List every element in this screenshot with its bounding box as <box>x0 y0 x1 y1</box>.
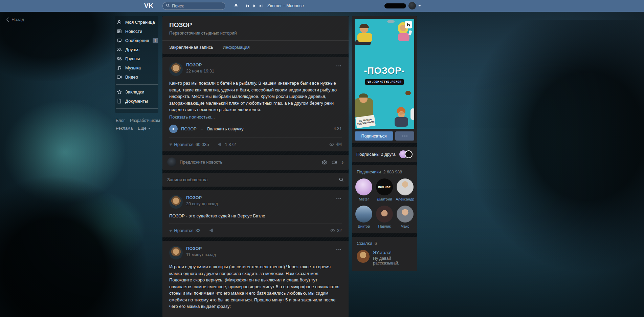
post-author-name[interactable]: ПОЗОР <box>186 62 214 67</box>
post-menu-ellipsis-icon[interactable] <box>335 248 342 251</box>
subscriber-name: Макс <box>401 224 409 228</box>
post: ПОЗОР 20 секунд назад ПОЗОР - это судейс… <box>162 190 349 238</box>
music-note-icon[interactable]: ♪ <box>341 160 344 165</box>
post-menu-ellipsis-icon[interactable] <box>335 64 342 68</box>
community-cover-image[interactable]: -ПОЗОР- VK.COM/STYD.POZOR НЕ ЗАБУДЬ ПОДП… <box>355 19 414 129</box>
post-timestamp[interactable]: 11 минут назад <box>186 252 216 257</box>
subscriber-item[interactable]: Павлик <box>375 206 394 228</box>
post-author-avatar[interactable] <box>169 195 183 209</box>
post-author-avatar[interactable] <box>169 62 183 76</box>
eye-icon <box>329 142 334 147</box>
like-button[interactable]: ♥ Нравится 32 <box>169 228 200 233</box>
user-menu[interactable] <box>384 2 421 9</box>
cover-url-label: VK.COM/STYD.POZOR <box>365 79 404 85</box>
community-more-button[interactable] <box>395 131 414 141</box>
video-icon <box>116 75 122 80</box>
friends-subscribed-label[interactable]: Подписаны 2 друга <box>356 152 396 157</box>
post-timestamp[interactable]: 22 ноя в 19:31 <box>186 69 214 73</box>
sidebar-item-news[interactable]: Новости <box>116 27 158 36</box>
footer-link-blog[interactable]: Блог <box>116 118 125 123</box>
tab-information[interactable]: Информация <box>223 45 250 50</box>
sidebar-item-video[interactable]: Видео <box>116 72 158 82</box>
sidebar-item-my-page[interactable]: Моя Страница <box>116 18 158 27</box>
community-header-card: ПОЗОР Первоисточник стыдных историй Закр… <box>162 16 349 54</box>
bookmark-icon <box>116 89 122 95</box>
messages-icon <box>116 38 122 43</box>
footer-link-ads[interactable]: Реклама <box>116 126 133 131</box>
subscriber-avatar <box>397 178 414 195</box>
sidebar-item-bookmarks[interactable]: Закладки <box>116 87 158 97</box>
like-count: 60 035 <box>196 142 209 147</box>
post-timestamp[interactable]: 20 секунд назад <box>186 202 218 206</box>
friend-avatar[interactable] <box>405 150 413 158</box>
post-menu-ellipsis-icon[interactable] <box>335 197 342 200</box>
music-icon <box>116 65 122 71</box>
notifications-bell-icon[interactable] <box>234 3 239 9</box>
friends-icon <box>116 47 122 52</box>
sidebar-item-label: Видео <box>125 75 138 80</box>
subscriber-item[interactable]: Виктор <box>354 206 374 228</box>
previous-track-icon[interactable] <box>246 4 249 8</box>
cover-art-character <box>359 24 369 28</box>
play-icon[interactable] <box>252 4 256 8</box>
megaphone-icon <box>209 228 214 233</box>
sidebar-item-documents[interactable]: Документы <box>116 97 158 106</box>
subscribers-title[interactable]: Подписчики <box>357 169 381 174</box>
subscriber-item[interactable]: Макс <box>395 206 415 228</box>
like-button[interactable]: ♥ Нравится 60 035 <box>169 142 209 147</box>
audio-artist[interactable]: ПОЗОР <box>181 126 197 131</box>
sidebar-item-label: Моя Страница <box>125 20 155 25</box>
megaphone-icon <box>218 142 223 147</box>
show-more-link[interactable]: Показать полностью... <box>169 114 215 120</box>
sidebar-item-groups[interactable]: Группы <box>116 54 158 63</box>
magnifier-icon[interactable] <box>339 177 344 182</box>
subscribers-count: 2 688 988 <box>383 170 402 174</box>
vk-logo[interactable]: VK <box>144 2 153 9</box>
community-title: ПОЗОР <box>169 21 342 29</box>
tab-pinned-post[interactable]: Закреплённая запись <box>169 45 213 50</box>
subscriber-item[interactable]: Mister <box>354 178 374 201</box>
community-cover-card: -ПОЗОР- VK.COM/STYD.POZOR НЕ ЗАБУДЬ ПОДП… <box>352 16 417 143</box>
footer-link-developers[interactable]: Разработчикам <box>130 118 160 123</box>
background-artwork <box>461 20 644 278</box>
view-count: 4M <box>336 142 342 147</box>
camera-icon[interactable] <box>322 160 327 165</box>
repost-button[interactable] <box>209 228 214 233</box>
sidebar-item-friends[interactable]: Друзья <box>116 45 158 54</box>
view-counter: 32 <box>330 228 342 233</box>
redacted-username <box>384 3 406 8</box>
suggest-post-input[interactable] <box>180 160 318 165</box>
link-item[interactable]: ЯУстала! Ну давай рассказывай. <box>352 249 417 271</box>
sidebar-menu: Моя Страница Новости Сообщения 1 Друзья <box>115 16 158 113</box>
now-playing-track[interactable]: Zimmer – Moonrise <box>267 3 304 8</box>
sidebar-item-messages[interactable]: Сообщения 1 <box>116 36 158 45</box>
global-search[interactable] <box>162 2 225 10</box>
wall-search-input[interactable] <box>167 177 336 182</box>
links-title[interactable]: Ссылки <box>357 241 372 246</box>
view-counter: 4M <box>329 142 342 147</box>
subscriber-avatar <box>397 206 414 223</box>
eye-icon <box>330 228 335 233</box>
search-input[interactable] <box>172 4 222 8</box>
sidebar-item-label: Группы <box>125 56 140 61</box>
subscriber-item[interactable]: Александр <box>395 178 415 201</box>
link-avatar <box>357 250 370 263</box>
left-sidebar: Моя Страница Новости Сообщения 1 Друзья <box>115 16 158 131</box>
wall-search-card <box>162 173 349 187</box>
post-author-avatar[interactable] <box>169 246 183 259</box>
subscribe-button[interactable]: Подписаться <box>355 131 393 141</box>
sidebar-item-music[interactable]: Музыка <box>116 63 158 72</box>
repost-button[interactable]: 1 372 <box>218 142 236 147</box>
current-user-avatar <box>167 157 176 167</box>
back-label: Назад <box>12 17 24 22</box>
subscriber-item[interactable]: INCLUDE Дмитрий <box>375 178 394 201</box>
back-link[interactable]: Назад <box>6 17 24 22</box>
video-camera-icon[interactable] <box>332 160 337 165</box>
main-column: ПОЗОР Первоисточник стыдных историй Закр… <box>162 16 349 317</box>
post-author-name[interactable]: ПОЗОР <box>186 246 216 251</box>
audio-play-icon[interactable]: ▶ <box>169 125 178 133</box>
footer-link-more[interactable]: Ещё <box>138 126 150 131</box>
post-author-name[interactable]: ПОЗОР <box>186 195 218 200</box>
next-track-icon[interactable] <box>259 4 263 8</box>
audio-attachment[interactable]: ▶ ПОЗОР – Включить озвучку 4:31 <box>169 125 342 133</box>
